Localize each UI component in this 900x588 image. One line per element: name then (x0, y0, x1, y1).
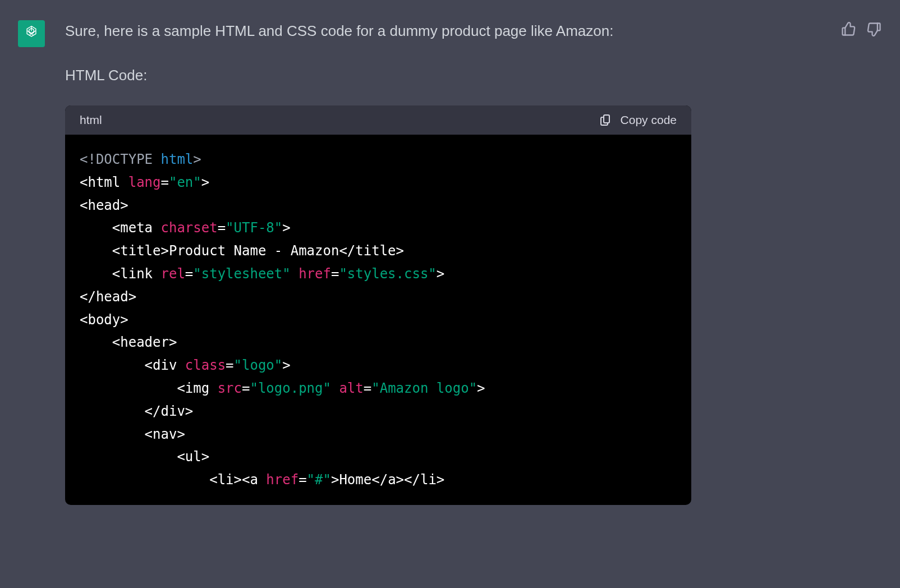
code-token: = (364, 380, 371, 396)
code-token: nav (153, 426, 177, 442)
code-token: > (201, 174, 209, 190)
code-token: = (242, 380, 250, 396)
svg-rect-0 (604, 115, 609, 123)
code-token: </ (339, 243, 355, 259)
code-token: < (209, 472, 217, 488)
code-token: "logo" (234, 357, 283, 373)
section-title: HTML Code: (65, 67, 809, 84)
code-token: a (250, 472, 258, 488)
code-token: charset (161, 220, 218, 236)
openai-logo-icon (22, 24, 41, 43)
code-token: > (185, 403, 193, 419)
code-token: < (80, 312, 88, 328)
code-token: "UTF-8" (226, 220, 282, 236)
code-token: img (185, 380, 209, 396)
code-block-header: html Copy code (65, 105, 691, 135)
code-token: head (88, 197, 120, 213)
feedback-buttons (841, 21, 882, 505)
code-token: div (153, 357, 177, 373)
code-token: "en" (169, 174, 201, 190)
code-token: < (80, 174, 88, 190)
code-token: > (120, 312, 128, 328)
code-token: > (169, 334, 177, 350)
code-token: < (145, 357, 153, 373)
code-token: < (112, 220, 120, 236)
code-token: < (112, 334, 120, 350)
clipboard-icon (599, 113, 613, 127)
code-token: lang (128, 174, 161, 190)
assistant-avatar (18, 20, 45, 47)
code-token: src (218, 380, 242, 396)
code-token: < (112, 243, 120, 259)
code-token: title (355, 243, 396, 259)
code-token: = (331, 266, 339, 282)
code-token: > (396, 243, 404, 259)
code-token: a (388, 472, 396, 488)
code-token: < (112, 266, 120, 282)
code-language-label: html (80, 113, 102, 127)
code-token: body (88, 312, 120, 328)
code-token: > (282, 220, 290, 236)
code-token: > (234, 472, 242, 488)
code-token: "Amazon logo" (371, 380, 477, 396)
code-token: header (120, 334, 169, 350)
thumbs-up-icon[interactable] (841, 21, 856, 37)
code-token: < (80, 197, 88, 213)
code-token: > (331, 472, 339, 488)
code-token: <! (80, 151, 96, 167)
code-token: Product Name - Amazon (169, 243, 339, 259)
code-token: > (477, 380, 485, 396)
code-token: < (145, 426, 153, 442)
code-token: = (226, 357, 233, 373)
code-token: DOCTYPE (96, 151, 153, 167)
assistant-message: Sure, here is a sample HTML and CSS code… (0, 0, 900, 505)
code-token: meta (120, 220, 153, 236)
code-token: = (185, 266, 193, 282)
code-token: = (161, 174, 169, 190)
code-token: > (177, 426, 185, 442)
code-token: "styles.css" (339, 266, 436, 282)
code-token: > (201, 449, 209, 465)
copy-code-button[interactable]: Copy code (599, 113, 677, 127)
code-block: html Copy code <!DOCTYPE html> <html lan… (65, 105, 691, 505)
message-content: Sure, here is a sample HTML and CSS code… (65, 20, 809, 505)
code-token: Home (339, 472, 371, 488)
code-token: "stylesheet" (193, 266, 290, 282)
code-token: href (299, 266, 331, 282)
code-token: class (185, 357, 226, 373)
code-token: </ (404, 472, 420, 488)
intro-text: Sure, here is a sample HTML and CSS code… (65, 20, 809, 42)
code-token: ul (185, 449, 201, 465)
code-token: html (161, 151, 194, 167)
code-token: "logo.png" (250, 380, 331, 396)
code-token: link (120, 266, 153, 282)
code-token: > (437, 266, 444, 282)
code-token: > (193, 151, 201, 167)
code-token: = (299, 472, 306, 488)
code-token: "#" (307, 472, 331, 488)
code-token: </ (80, 289, 96, 305)
code-body[interactable]: <!DOCTYPE html> <html lang="en"> <head> … (65, 135, 691, 505)
code-token: </ (371, 472, 388, 488)
code-token: > (128, 289, 136, 305)
code-token: alt (339, 380, 363, 396)
copy-code-label: Copy code (621, 113, 677, 127)
code-token: html (88, 174, 120, 190)
code-token: < (177, 380, 185, 396)
code-token: li (218, 472, 234, 488)
code-token: = (218, 220, 226, 236)
code-token: </ (145, 403, 161, 419)
code-token: < (177, 449, 185, 465)
code-token: > (120, 197, 128, 213)
code-token: li (420, 472, 437, 488)
code-token: div (161, 403, 185, 419)
code-token: > (437, 472, 444, 488)
code-token: title (120, 243, 160, 259)
code-token: > (282, 357, 290, 373)
code-token: < (242, 472, 250, 488)
code-token: > (396, 472, 404, 488)
code-token: > (161, 243, 169, 259)
code-token: rel (161, 266, 185, 282)
thumbs-down-icon[interactable] (866, 21, 882, 37)
code-token: href (266, 472, 299, 488)
